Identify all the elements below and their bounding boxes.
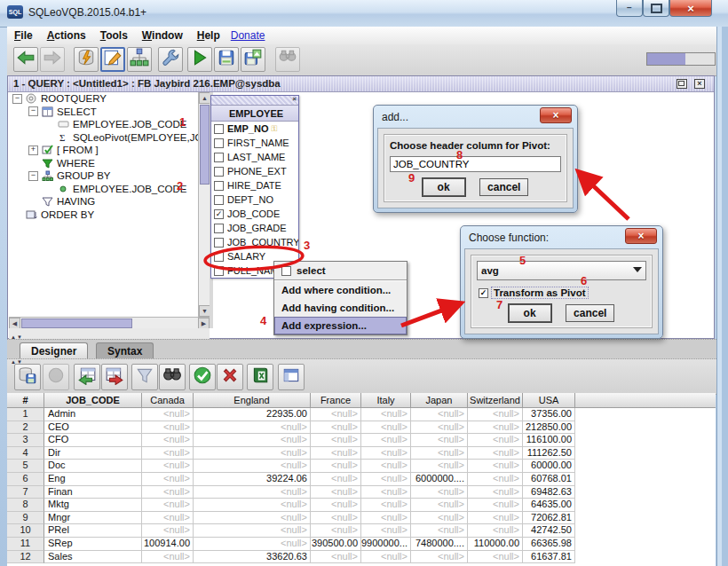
cancel-button[interactable]: cancel xyxy=(566,304,614,322)
save-button[interactable] xyxy=(214,47,239,72)
ok-button[interactable]: ok xyxy=(423,178,465,196)
expand-icon[interactable]: + xyxy=(28,145,38,155)
employee-table-panel[interactable]: × EMPLOYEE EMP_NO⚿FIRST_NAMELAST_NAMEPHO… xyxy=(210,95,299,279)
next-result-button[interactable] xyxy=(101,364,128,390)
function-dialog-titlebar[interactable]: Choose function: × xyxy=(464,230,659,248)
frame-restore-icon[interactable] xyxy=(677,79,687,89)
employee-panel-titlebar[interactable]: × xyxy=(211,96,298,106)
transform-pivot-checkbox[interactable]: ✓ xyxy=(479,288,488,298)
field-checkbox[interactable] xyxy=(214,266,224,276)
frame-close-icon[interactable]: × xyxy=(694,79,705,89)
dialog-close-button[interactable]: × xyxy=(625,228,657,244)
tree-node-employee-job-code[interactable]: EMPLOYEE.JOB_CODE xyxy=(9,118,198,131)
tree-node-where[interactable]: WHERE xyxy=(9,157,198,170)
splitter-collapse-icon[interactable]: ▲▼ xyxy=(11,334,23,340)
prev-result-button[interactable] xyxy=(74,364,100,390)
preferences-button[interactable] xyxy=(158,47,183,72)
field-checkbox[interactable] xyxy=(214,224,224,233)
table-row[interactable]: 1Admin<null>22935.00<null><null><null><n… xyxy=(7,408,716,421)
accept-button[interactable] xyxy=(189,364,216,390)
field-row-hire_date[interactable]: HIRE_DATE xyxy=(211,178,298,193)
column-header-japan[interactable]: Japan xyxy=(411,393,468,408)
search-button[interactable] xyxy=(275,47,300,72)
run-button[interactable] xyxy=(187,47,212,72)
tree-node-rootquery[interactable]: −ROOTQUERY xyxy=(9,92,198,106)
schema-button[interactable] xyxy=(127,47,152,72)
pivot-header-input[interactable] xyxy=(390,156,561,172)
menu-item-actions[interactable]: Actions xyxy=(40,27,93,42)
add-dialog-titlebar[interactable]: add... × xyxy=(377,109,574,128)
tree-node-employee-job-code[interactable]: EMPLOYEE.JOB_CODE xyxy=(9,183,198,196)
menu-item-tools[interactable]: Tools xyxy=(93,27,135,42)
context-menu-item-add-having-condition[interactable]: Add having condition... xyxy=(274,299,407,317)
field-checkbox[interactable] xyxy=(214,124,224,134)
tree-node-having[interactable]: HAVING xyxy=(9,195,198,208)
table-row[interactable]: 10PRel<null><null><null><null><null><nul… xyxy=(7,524,716,538)
collapse-icon[interactable]: − xyxy=(28,106,38,116)
field-checkbox[interactable] xyxy=(214,252,224,262)
maximize-button[interactable] xyxy=(643,0,669,17)
table-row[interactable]: 4Dir<null><null><null><null><null><null>… xyxy=(7,447,716,460)
donate-link[interactable]: Donate xyxy=(227,27,269,42)
panel-close-icon[interactable]: × xyxy=(292,95,297,103)
field-row-last_name[interactable]: LAST_NAME xyxy=(211,150,298,164)
table-row[interactable]: 8Mktg<null><null><null><null><null><null… xyxy=(7,499,716,512)
table-row[interactable]: 6Eng<null>39224.06<null><null>6000000...… xyxy=(7,473,716,486)
minimize-button[interactable]: − xyxy=(616,0,643,17)
tree-node-from[interactable]: +[ FROM ] xyxy=(9,144,198,157)
table-row[interactable]: 11SRep100914.00<null>390500.009900000...… xyxy=(7,538,716,551)
store-button[interactable] xyxy=(14,364,41,390)
table-row[interactable]: 9Mngr<null><null><null><null><null><null… xyxy=(7,512,716,525)
field-row-job_grade[interactable]: JOB_GRADE xyxy=(211,221,298,235)
column-header-england[interactable]: England xyxy=(194,393,311,408)
find-button[interactable] xyxy=(159,364,186,390)
save-as-button[interactable] xyxy=(241,47,265,72)
forward-button[interactable] xyxy=(40,47,65,72)
column-header-italy[interactable]: Italy xyxy=(361,393,411,408)
field-checkbox[interactable]: ✓ xyxy=(214,209,224,219)
field-row-job_country[interactable]: JOB_COUNTRY xyxy=(211,235,298,249)
tree-node-order-by[interactable]: ORDER BY xyxy=(9,208,198,222)
reject-button[interactable] xyxy=(217,364,243,390)
edit-button[interactable] xyxy=(100,47,125,72)
field-row-phone_ext[interactable]: PHONE_EXT xyxy=(211,164,298,178)
field-checkbox[interactable] xyxy=(214,153,224,162)
table-row[interactable]: 7Finan<null><null><null><null><null><nul… xyxy=(7,486,716,499)
context-menu-item-add-where-condition[interactable]: Add where condition... xyxy=(274,281,407,299)
field-row-dept_no[interactable]: DEPT_NO xyxy=(211,193,298,207)
layout-button[interactable] xyxy=(278,364,305,390)
filter-button[interactable] xyxy=(131,364,158,390)
close-button[interactable]: × xyxy=(669,0,712,17)
export-excel-button[interactable] xyxy=(247,364,273,390)
tree-vertical-scrollbar[interactable]: ▲ ▼ xyxy=(198,92,210,317)
tree-horizontal-scrollbar[interactable]: ◀ ▶ xyxy=(9,317,210,328)
cancel-button[interactable]: cancel xyxy=(479,178,528,196)
context-menu-item-select[interactable]: select xyxy=(274,262,407,279)
column-header-france[interactable]: France xyxy=(311,393,361,408)
query-frame-titlebar[interactable]: 1 - QUERY : <Untitled1> : FB Jaybird 216… xyxy=(8,76,714,92)
table-row[interactable]: 12Sales<null>33620.63<null><null><null><… xyxy=(7,551,716,564)
record-button[interactable] xyxy=(43,364,69,390)
ok-button[interactable]: ok xyxy=(509,304,551,322)
tree-node-select[interactable]: −SELECT xyxy=(9,106,198,119)
field-checkbox[interactable] xyxy=(214,181,224,191)
scrollbar-thumb[interactable] xyxy=(200,105,210,185)
table-row[interactable]: 5Doc<null><null><null><null><null><null>… xyxy=(7,460,716,473)
column-header-job_code[interactable]: JOB_CODE xyxy=(44,393,142,408)
column-header-usa[interactable]: USA xyxy=(523,393,575,408)
back-button[interactable] xyxy=(13,47,38,72)
select-checkbox[interactable] xyxy=(281,266,291,276)
tree-node-sqleopivot-employee-job-c[interactable]: ΣSQLeoPivot(EMPLOYEE,JOB_C xyxy=(9,131,198,145)
field-checkbox[interactable] xyxy=(214,138,224,148)
column-header-rownum[interactable]: # xyxy=(7,393,44,408)
function-combobox[interactable]: avg xyxy=(477,261,646,280)
field-checkbox[interactable] xyxy=(214,167,224,177)
field-row-first_name[interactable]: FIRST_NAME xyxy=(211,136,298,150)
menu-item-help[interactable]: Help xyxy=(190,27,227,42)
column-header-canada[interactable]: Canada xyxy=(142,393,194,408)
field-row-emp_no[interactable]: EMP_NO⚿ xyxy=(211,122,298,136)
tab-syntax[interactable]: Syntax xyxy=(96,342,154,359)
field-checkbox[interactable] xyxy=(214,195,224,205)
scrollbar-thumb[interactable] xyxy=(21,318,132,328)
table-row[interactable]: 2CEO<null><null><null><null><null><null>… xyxy=(7,421,716,435)
